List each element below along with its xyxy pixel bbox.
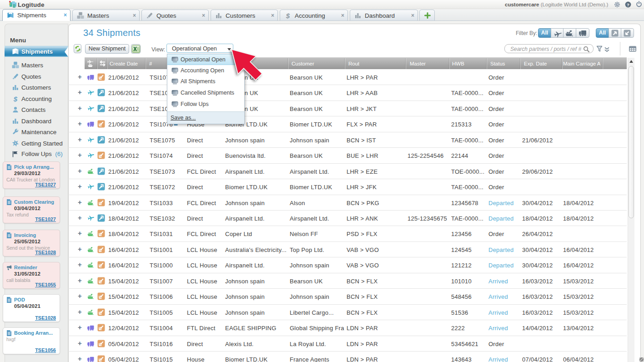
svg-text:$: $ xyxy=(13,95,18,102)
svg-text:?: ? xyxy=(627,2,629,7)
svg-text:$: $ xyxy=(286,12,290,19)
